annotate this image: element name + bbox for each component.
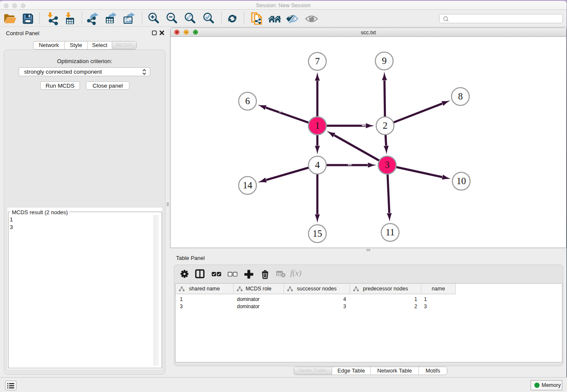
svg-text:3: 3 (385, 160, 389, 170)
svg-text:14: 14 (243, 180, 253, 190)
svg-text:7: 7 (315, 56, 319, 66)
svg-text:1: 1 (315, 120, 319, 131)
svg-text:15: 15 (313, 228, 322, 239)
svg-text:8: 8 (458, 91, 462, 102)
svg-text:4: 4 (315, 160, 319, 170)
svg-text:2: 2 (383, 120, 387, 131)
svg-text:9: 9 (382, 55, 386, 66)
svg-text:6: 6 (245, 96, 250, 106)
svg-text:10: 10 (457, 176, 466, 186)
svg-text:11: 11 (385, 227, 395, 237)
